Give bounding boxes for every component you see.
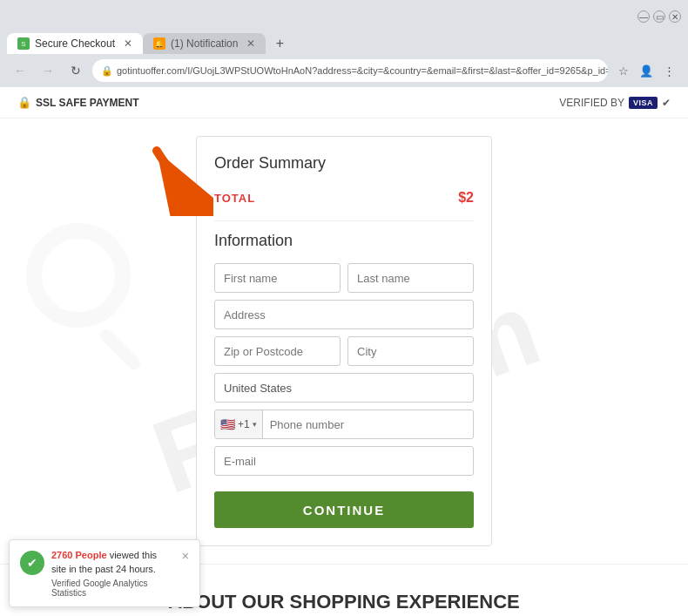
tab-close-2[interactable]: ✕ [246, 37, 255, 50]
verified-label: VERIFIED BY [559, 97, 624, 109]
order-summary-title: Order Summary [214, 154, 474, 173]
menu-button[interactable]: ⋮ [658, 60, 679, 81]
phone-code: +1 [238, 418, 250, 430]
top-bar: 🔒 SSL SAFE PAYMENT VERIFIED BY VISA ✔ [0, 87, 688, 118]
visa-logo: VISA [629, 97, 658, 109]
tab-favicon-1: S [17, 37, 30, 50]
flag-emoji: 🇺🇸 [220, 417, 235, 431]
tabs-bar: S Secure Checkout ✕ 🔔 (1) Notification ✕… [0, 28, 688, 54]
divider [214, 220, 474, 221]
notification-count: 2760 People [51, 550, 107, 560]
magnify-handle [98, 327, 143, 372]
notification-content: 2760 People viewed this site in the past… [51, 549, 172, 598]
address-field[interactable]: 🔒 gotintuoffer.com/I/GUojL3WPStUOWtoHnAo… [92, 59, 608, 82]
last-name-input[interactable] [347, 263, 474, 293]
order-card: Order Summary TOTAL $2 Information [196, 136, 492, 546]
minimize-button[interactable]: — [637, 10, 650, 23]
ssl-label: SSL SAFE PAYMENT [36, 97, 138, 109]
city-input[interactable] [347, 336, 474, 366]
page-content: 🔒 SSL SAFE PAYMENT VERIFIED BY VISA ✔ Ri… [0, 87, 688, 616]
email-row [214, 446, 474, 476]
minimize-icon: — [639, 12, 648, 22]
phone-input[interactable] [263, 418, 473, 431]
address-bar: ← → ↻ 🔒 gotintuoffer.com/I/GUojL3WPStUOW… [0, 54, 688, 87]
magnify-watermark [26, 223, 131, 328]
tab-favicon-2: 🔔 [153, 37, 165, 50]
address-actions: ☆ 👤 ⋮ [613, 60, 679, 81]
tab-notification[interactable]: 🔔 (1) Notification ✕ [143, 33, 266, 54]
address-row [214, 300, 474, 329]
close-icon: ✕ [671, 12, 678, 22]
forward-button[interactable]: → [37, 59, 59, 82]
zip-input[interactable] [214, 336, 341, 366]
name-row [214, 263, 474, 293]
notification-check-icon: ✔ [20, 551, 44, 575]
order-total-row: TOTAL $2 [214, 186, 474, 210]
title-bar: — ▭ ✕ [0, 0, 688, 28]
magnify-circle [26, 223, 131, 328]
zip-city-row [214, 336, 474, 366]
first-name-input[interactable] [214, 263, 341, 293]
bookmark-button[interactable]: ☆ [613, 60, 634, 81]
window-controls[interactable]: — ▭ ✕ [637, 10, 681, 23]
info-title: Information [214, 232, 474, 250]
country-input[interactable] [214, 373, 474, 403]
close-window-button[interactable]: ✕ [669, 10, 681, 23]
phone-flag[interactable]: 🇺🇸 +1 ▾ [215, 410, 263, 438]
notification-popup: ✔ 2760 People viewed this site in the pa… [9, 539, 200, 607]
verified-badge: VERIFIED BY VISA ✔ [559, 97, 671, 109]
address-input[interactable] [214, 300, 474, 329]
profile-button[interactable]: 👤 [636, 60, 657, 81]
tab-label-1: Secure Checkout [35, 37, 115, 50]
browser-chrome: — ▭ ✕ S Secure Checkout ✕ 🔔 (1) Notifica… [0, 0, 688, 87]
email-input[interactable] [214, 446, 474, 476]
address-url: gotintuoffer.com/I/GUojL3WPStUOWtoHnAoN?… [117, 65, 608, 76]
order-container: Order Summary TOTAL $2 Information [196, 136, 492, 546]
verified-extra-icon: ✔ [662, 97, 671, 109]
tab-label-2: (1) Notification [171, 37, 238, 50]
notification-text: 2760 People viewed this site in the past… [51, 549, 172, 576]
restore-icon: ▭ [656, 12, 664, 22]
total-value: $2 [458, 190, 474, 206]
new-tab-button[interactable]: + [269, 33, 290, 54]
ssl-lock-icon: 🔒 [17, 96, 31, 109]
tab-close-1[interactable]: ✕ [124, 37, 132, 50]
refresh-button[interactable]: ↻ [64, 59, 87, 82]
restore-button[interactable]: ▭ [653, 10, 665, 23]
notification-verified: Verified Google Analytics Statistics [51, 579, 172, 598]
ssl-badge: 🔒 SSL SAFE PAYMENT [17, 96, 138, 109]
tab-secure-checkout[interactable]: S Secure Checkout ✕ [7, 33, 143, 54]
lock-icon: 🔒 [101, 65, 113, 77]
back-button[interactable]: ← [9, 59, 31, 82]
continue-button[interactable]: CONTINUE [214, 491, 474, 528]
phone-row: 🇺🇸 +1 ▾ [214, 410, 474, 439]
total-label: TOTAL [214, 192, 255, 205]
notification-close-button[interactable]: × [182, 549, 189, 563]
phone-dropdown-arrow: ▾ [253, 420, 257, 429]
country-row [214, 373, 474, 403]
